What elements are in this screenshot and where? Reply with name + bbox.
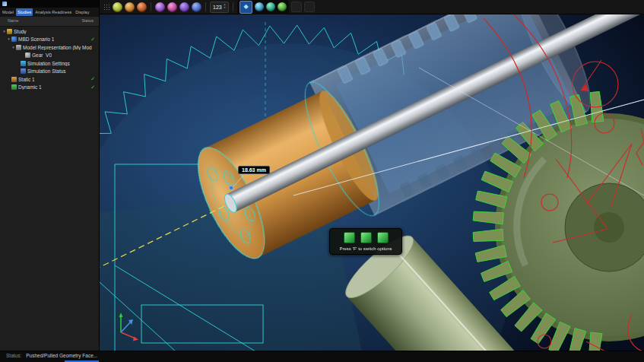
status-label: Status:	[6, 353, 21, 358]
status-column-label: Status	[81, 18, 94, 26]
tree-item-label: Static 1	[18, 77, 35, 82]
spinner-down-icon[interactable]: ▼	[224, 7, 226, 10]
select-tool-icon[interactable]	[113, 2, 122, 12]
3d-viewport[interactable]: 18.63 mm Press 'F' to switch options	[100, 14, 644, 351]
counter-spinner[interactable]: ▲ ▼	[224, 4, 226, 10]
toolbar-separator	[151, 2, 151, 11]
app-icon	[2, 2, 7, 6]
option-cubes	[332, 232, 399, 243]
tree-item-label: MBD Scenario 1	[18, 37, 54, 42]
section-tool-icon[interactable]	[179, 2, 189, 12]
tree-item-label: Simulation Settings	[27, 61, 70, 66]
status-check-icon: ✓	[90, 84, 95, 90]
fill-tool-icon[interactable]	[155, 2, 165, 12]
toolbar-separator	[205, 2, 206, 11]
scenario-icon	[11, 37, 17, 42]
tree-item-gear-part[interactable]: Gear_V0	[0, 52, 99, 60]
options-tooltip: Press 'F' to switch options	[329, 228, 402, 255]
tab-model[interactable]: Model	[1, 8, 15, 16]
tree-item-mbd-scenario[interactable]: ▾ MBD Scenario 1 ✓	[0, 36, 99, 44]
name-column-label: Name	[8, 18, 19, 26]
measure-tool-icon[interactable]	[192, 2, 201, 12]
simulation-settings-icon	[21, 61, 26, 66]
tree-item-label: Study	[14, 29, 27, 34]
status-check-icon: ✓	[90, 37, 95, 42]
tree-item-label: Gear_V0	[32, 52, 52, 58]
simulation-status-icon	[21, 68, 26, 74]
move-tool-icon[interactable]	[137, 2, 147, 12]
app-menu-grid-icon[interactable]	[103, 4, 110, 11]
dynamic-study-icon	[11, 84, 17, 90]
tab-analysis-readiness[interactable]: Analysis Readiness	[33, 8, 73, 16]
option-cube-icon[interactable]	[360, 232, 372, 243]
tab-studies[interactable]: Studies	[16, 8, 33, 16]
cad-application-window: Model Studies Analysis Readiness Display…	[0, 0, 644, 362]
sketch-tool-icon[interactable]	[167, 2, 177, 12]
static-study-icon	[11, 77, 17, 82]
option-cube-icon[interactable]	[377, 232, 389, 243]
tree-item-label: Simulation Status	[27, 68, 66, 74]
dimension-label[interactable]: 18.63 mm	[238, 166, 270, 174]
option-cube-icon[interactable]	[344, 232, 355, 243]
tree-item-label: Model Representation (My Mod	[23, 45, 92, 50]
probe-tool-icon[interactable]	[278, 2, 287, 11]
study-icon	[7, 29, 12, 34]
study-tree-panel: Model Studies Analysis Readiness Display…	[0, 0, 100, 351]
toolbar-separator	[233, 2, 233, 11]
viewport-3d-scene[interactable]	[100, 14, 644, 351]
pull-tool-icon[interactable]	[125, 2, 135, 12]
play-simulation-icon[interactable]	[255, 2, 264, 11]
expand-arrow-icon[interactable]: ▾	[11, 46, 16, 49]
tree-item-simulation-status[interactable]: Simulation Status	[0, 68, 99, 76]
tree-column-header: Name Status	[0, 17, 99, 27]
model-representation-icon	[16, 45, 21, 50]
gear-part-icon	[25, 52, 30, 58]
expand-arrow-icon[interactable]: ▾	[2, 30, 7, 33]
study-tree: ▾ Study ▾ MBD Scenario 1 ✓ ▾ Model Repre…	[0, 27, 99, 351]
results-tool-icon[interactable]	[266, 2, 275, 11]
status-check-icon: ✓	[90, 76, 95, 81]
tab-display[interactable]: Display	[74, 8, 90, 16]
display-options-icon[interactable]	[291, 2, 302, 12]
expand-arrow-icon[interactable]: ▾	[6, 37, 11, 41]
tree-item-label: Dynamic 1	[18, 84, 42, 90]
view-options-icon[interactable]	[304, 2, 315, 12]
tree-item-dynamic-study[interactable]: Dynamic 1 ✓	[0, 84, 99, 92]
tree-item-study[interactable]: ▾ Study	[0, 27, 99, 36]
simulation-tool-group: ◆	[237, 0, 289, 14]
tooltip-text: Press 'F' to switch options	[332, 246, 399, 252]
tree-item-model-representation[interactable]: ▾ Model Representation (My Mod	[0, 43, 99, 52]
panel-tabs: Model Studies Analysis Readiness Display	[0, 8, 99, 17]
counter-field[interactable]: 123 ▲ ▼	[210, 2, 229, 13]
active-simulation-tool-icon[interactable]: ◆	[240, 1, 252, 14]
tree-item-static-study[interactable]: Static 1 ✓	[0, 75, 99, 84]
tree-item-simulation-settings[interactable]: Simulation Settings	[0, 59, 99, 68]
main-toolbar: 123 ▲ ▼ ◆	[100, 0, 644, 14]
status-bar: Status: Pushed/Pulled Geometry Face...	[0, 351, 644, 362]
status-message: Pushed/Pulled Geometry Face...	[26, 353, 97, 358]
panel-titlebar	[0, 0, 99, 8]
counter-value: 123	[213, 5, 222, 10]
